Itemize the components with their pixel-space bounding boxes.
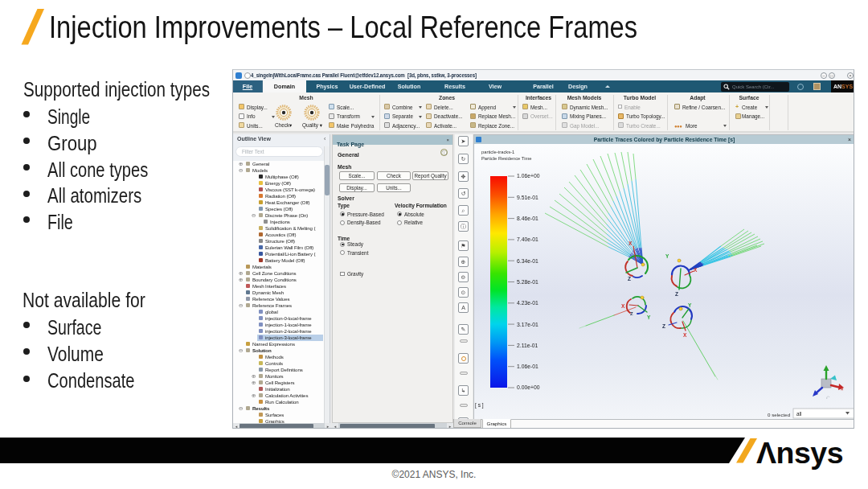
svg-text:3.17e-01: 3.17e-01: [517, 322, 538, 327]
svg-text:all: all: [796, 411, 801, 417]
svg-text:6.34e-01: 6.34e-01: [517, 258, 538, 264]
svg-text:[ s ]: [ s ]: [475, 402, 484, 409]
svg-text:8.46e-01: 8.46e-01: [517, 216, 538, 221]
svg-text:1.06e+00: 1.06e+00: [517, 173, 540, 179]
svg-text:4.23e-01: 4.23e-01: [517, 300, 538, 306]
svg-text:5.28e-01: 5.28e-01: [517, 279, 538, 285]
svg-text:Particle Residence Time: Particle Residence Time: [481, 156, 532, 161]
svg-text:Z: Z: [662, 323, 665, 329]
svg-text:0.00e+00: 0.00e+00: [517, 384, 540, 390]
svg-text:Z: Z: [630, 311, 633, 316]
svg-text:X: X: [694, 267, 698, 273]
svg-text:Λnsys: Λnsys: [756, 436, 843, 470]
svg-text:Y: Y: [688, 302, 692, 308]
svg-text:X: X: [683, 332, 687, 338]
svg-text:0 selected: 0 selected: [768, 412, 791, 417]
svg-text:Y: Y: [665, 253, 669, 259]
svg-text:2.11e-01: 2.11e-01: [517, 343, 538, 348]
svg-text:Z: Z: [675, 291, 678, 297]
svg-text:Y: Y: [647, 314, 651, 320]
svg-text:particle-tracks-1: particle-tracks-1: [481, 150, 514, 154]
svg-text:1.06e-01: 1.06e-01: [517, 364, 538, 369]
svg-text:9.51e-01: 9.51e-01: [517, 195, 538, 200]
svg-text:Z: Z: [628, 276, 631, 281]
svg-text:7.40e-01: 7.40e-01: [517, 236, 538, 242]
svg-text:X: X: [628, 240, 633, 246]
svg-text:X: X: [621, 303, 625, 309]
svg-text:×: ×: [841, 387, 843, 392]
